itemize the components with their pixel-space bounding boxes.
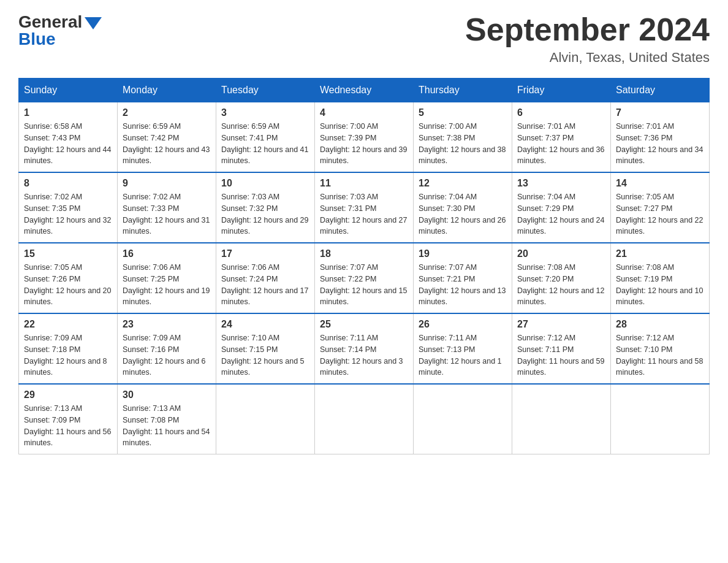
- day-number: 25: [320, 319, 408, 330]
- calendar-cell: 23 Sunrise: 7:09 AMSunset: 7:16 PMDaylig…: [118, 313, 216, 384]
- calendar-cell: 2 Sunrise: 6:59 AMSunset: 7:42 PMDayligh…: [118, 102, 216, 173]
- calendar-cell: [216, 384, 315, 454]
- calendar-week-row: 22 Sunrise: 7:09 AMSunset: 7:18 PMDaylig…: [19, 313, 710, 384]
- day-info: Sunrise: 7:08 AMSunset: 7:20 PMDaylight:…: [517, 262, 605, 308]
- calendar-header-friday: Friday: [512, 79, 611, 102]
- day-info: Sunrise: 7:00 AMSunset: 7:39 PMDaylight:…: [320, 121, 408, 167]
- calendar-header-tuesday: Tuesday: [216, 79, 315, 102]
- day-info: Sunrise: 7:06 AMSunset: 7:25 PMDaylight:…: [123, 262, 211, 308]
- day-number: 30: [123, 389, 211, 400]
- day-number: 26: [419, 319, 507, 330]
- location-text: Alvin, Texas, United States: [465, 50, 710, 66]
- day-number: 8: [24, 178, 112, 189]
- day-info: Sunrise: 7:04 AMSunset: 7:29 PMDaylight:…: [517, 191, 605, 237]
- day-info: Sunrise: 7:05 AMSunset: 7:26 PMDaylight:…: [24, 262, 112, 308]
- calendar-header-sunday: Sunday: [19, 79, 118, 102]
- day-number: 13: [517, 178, 605, 189]
- calendar-cell: 7 Sunrise: 7:01 AMSunset: 7:36 PMDayligh…: [611, 102, 710, 173]
- day-number: 11: [320, 178, 408, 189]
- calendar-header-monday: Monday: [118, 79, 216, 102]
- day-info: Sunrise: 7:02 AMSunset: 7:33 PMDaylight:…: [123, 191, 211, 237]
- calendar-cell: 18 Sunrise: 7:07 AMSunset: 7:22 PMDaylig…: [315, 243, 414, 313]
- day-number: 3: [221, 107, 309, 118]
- day-info: Sunrise: 7:06 AMSunset: 7:24 PMDaylight:…: [221, 262, 309, 308]
- day-info: Sunrise: 7:13 AMSunset: 7:09 PMDaylight:…: [24, 403, 112, 449]
- calendar-table: SundayMondayTuesdayWednesdayThursdayFrid…: [18, 78, 710, 454]
- day-info: Sunrise: 7:01 AMSunset: 7:36 PMDaylight:…: [616, 121, 704, 167]
- day-number: 21: [616, 248, 704, 259]
- calendar-cell: 16 Sunrise: 7:06 AMSunset: 7:25 PMDaylig…: [118, 243, 216, 313]
- day-number: 16: [123, 248, 211, 259]
- day-info: Sunrise: 7:04 AMSunset: 7:30 PMDaylight:…: [419, 191, 507, 237]
- calendar-week-row: 15 Sunrise: 7:05 AMSunset: 7:26 PMDaylig…: [19, 243, 710, 313]
- day-info: Sunrise: 7:03 AMSunset: 7:31 PMDaylight:…: [320, 191, 408, 237]
- page-header: General Blue September 2024 Alvin, Texas…: [18, 12, 710, 66]
- calendar-cell: [512, 384, 611, 454]
- day-number: 24: [221, 319, 309, 330]
- calendar-header-wednesday: Wednesday: [315, 79, 414, 102]
- day-info: Sunrise: 7:12 AMSunset: 7:11 PMDaylight:…: [517, 332, 605, 378]
- calendar-cell: 9 Sunrise: 7:02 AMSunset: 7:33 PMDayligh…: [118, 172, 216, 243]
- calendar-cell: 28 Sunrise: 7:12 AMSunset: 7:10 PMDaylig…: [611, 313, 710, 384]
- logo-blue-text: Blue: [18, 29, 56, 49]
- day-number: 17: [221, 248, 309, 259]
- calendar-header-thursday: Thursday: [414, 79, 512, 102]
- day-number: 4: [320, 107, 408, 118]
- calendar-cell: 15 Sunrise: 7:05 AMSunset: 7:26 PMDaylig…: [19, 243, 118, 313]
- calendar-cell: 11 Sunrise: 7:03 AMSunset: 7:31 PMDaylig…: [315, 172, 414, 243]
- calendar-week-row: 8 Sunrise: 7:02 AMSunset: 7:35 PMDayligh…: [19, 172, 710, 243]
- calendar-header-saturday: Saturday: [611, 79, 710, 102]
- day-info: Sunrise: 7:05 AMSunset: 7:27 PMDaylight:…: [616, 191, 704, 237]
- day-info: Sunrise: 6:59 AMSunset: 7:41 PMDaylight:…: [221, 121, 309, 167]
- day-info: Sunrise: 7:03 AMSunset: 7:32 PMDaylight:…: [221, 191, 309, 237]
- day-info: Sunrise: 7:09 AMSunset: 7:16 PMDaylight:…: [123, 332, 211, 378]
- calendar-week-row: 29 Sunrise: 7:13 AMSunset: 7:09 PMDaylig…: [19, 384, 710, 454]
- day-number: 29: [24, 389, 112, 400]
- day-info: Sunrise: 7:08 AMSunset: 7:19 PMDaylight:…: [616, 262, 704, 308]
- calendar-cell: 17 Sunrise: 7:06 AMSunset: 7:24 PMDaylig…: [216, 243, 315, 313]
- calendar-cell: 5 Sunrise: 7:00 AMSunset: 7:38 PMDayligh…: [414, 102, 512, 173]
- day-number: 18: [320, 248, 408, 259]
- day-number: 5: [419, 107, 507, 118]
- calendar-cell: 6 Sunrise: 7:01 AMSunset: 7:37 PMDayligh…: [512, 102, 611, 173]
- day-info: Sunrise: 7:07 AMSunset: 7:22 PMDaylight:…: [320, 262, 408, 308]
- calendar-cell: [315, 384, 414, 454]
- day-info: Sunrise: 7:00 AMSunset: 7:38 PMDaylight:…: [419, 121, 507, 167]
- calendar-cell: 27 Sunrise: 7:12 AMSunset: 7:11 PMDaylig…: [512, 313, 611, 384]
- day-info: Sunrise: 7:11 AMSunset: 7:13 PMDaylight:…: [419, 332, 507, 378]
- day-number: 14: [616, 178, 704, 189]
- day-number: 22: [24, 319, 112, 330]
- logo-arrow-icon: [85, 17, 102, 29]
- calendar-cell: 8 Sunrise: 7:02 AMSunset: 7:35 PMDayligh…: [19, 172, 118, 243]
- day-info: Sunrise: 7:10 AMSunset: 7:15 PMDaylight:…: [221, 332, 309, 378]
- day-info: Sunrise: 7:12 AMSunset: 7:10 PMDaylight:…: [616, 332, 704, 378]
- day-info: Sunrise: 7:01 AMSunset: 7:37 PMDaylight:…: [517, 121, 605, 167]
- calendar-cell: 26 Sunrise: 7:11 AMSunset: 7:13 PMDaylig…: [414, 313, 512, 384]
- day-info: Sunrise: 7:02 AMSunset: 7:35 PMDaylight:…: [24, 191, 112, 237]
- calendar-cell: [611, 384, 710, 454]
- day-info: Sunrise: 7:13 AMSunset: 7:08 PMDaylight:…: [123, 403, 211, 449]
- day-number: 2: [123, 107, 211, 118]
- day-number: 1: [24, 107, 112, 118]
- day-number: 15: [24, 248, 112, 259]
- calendar-cell: 19 Sunrise: 7:07 AMSunset: 7:21 PMDaylig…: [414, 243, 512, 313]
- calendar-cell: 21 Sunrise: 7:08 AMSunset: 7:19 PMDaylig…: [611, 243, 710, 313]
- calendar-cell: 30 Sunrise: 7:13 AMSunset: 7:08 PMDaylig…: [118, 384, 216, 454]
- day-info: Sunrise: 7:09 AMSunset: 7:18 PMDaylight:…: [24, 332, 112, 378]
- day-number: 10: [221, 178, 309, 189]
- day-number: 19: [419, 248, 507, 259]
- calendar-cell: 13 Sunrise: 7:04 AMSunset: 7:29 PMDaylig…: [512, 172, 611, 243]
- calendar-cell: 25 Sunrise: 7:11 AMSunset: 7:14 PMDaylig…: [315, 313, 414, 384]
- logo: General Blue: [18, 12, 102, 49]
- month-title: September 2024: [465, 12, 710, 47]
- day-number: 6: [517, 107, 605, 118]
- calendar-week-row: 1 Sunrise: 6:58 AMSunset: 7:43 PMDayligh…: [19, 102, 710, 173]
- day-number: 20: [517, 248, 605, 259]
- calendar-cell: [414, 384, 512, 454]
- day-number: 27: [517, 319, 605, 330]
- day-info: Sunrise: 6:58 AMSunset: 7:43 PMDaylight:…: [24, 121, 112, 167]
- calendar-cell: 29 Sunrise: 7:13 AMSunset: 7:09 PMDaylig…: [19, 384, 118, 454]
- calendar-cell: 3 Sunrise: 6:59 AMSunset: 7:41 PMDayligh…: [216, 102, 315, 173]
- day-number: 23: [123, 319, 211, 330]
- day-number: 12: [419, 178, 507, 189]
